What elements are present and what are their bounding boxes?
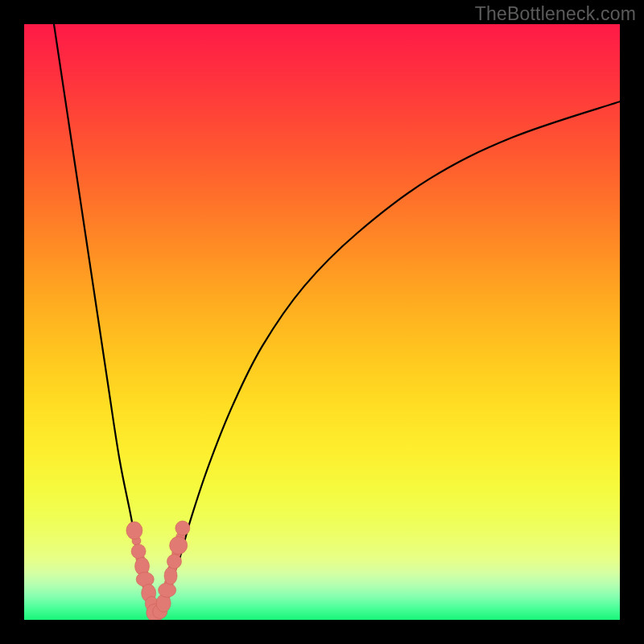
bead-markers	[126, 521, 190, 620]
chart-frame: TheBottleneck.com	[0, 0, 644, 644]
bottleneck-curve-svg	[24, 24, 620, 620]
plot-area	[24, 24, 620, 620]
watermark-text: TheBottleneck.com	[475, 3, 636, 25]
right-branch-curve	[155, 101, 620, 617]
bead-marker	[175, 521, 190, 535]
bead-marker	[167, 554, 181, 568]
bead-marker	[164, 567, 177, 584]
bead-marker	[131, 544, 146, 559]
bead-marker	[136, 572, 154, 587]
bead-marker	[170, 537, 188, 555]
bead-marker	[159, 583, 176, 597]
bead-marker	[126, 522, 142, 539]
